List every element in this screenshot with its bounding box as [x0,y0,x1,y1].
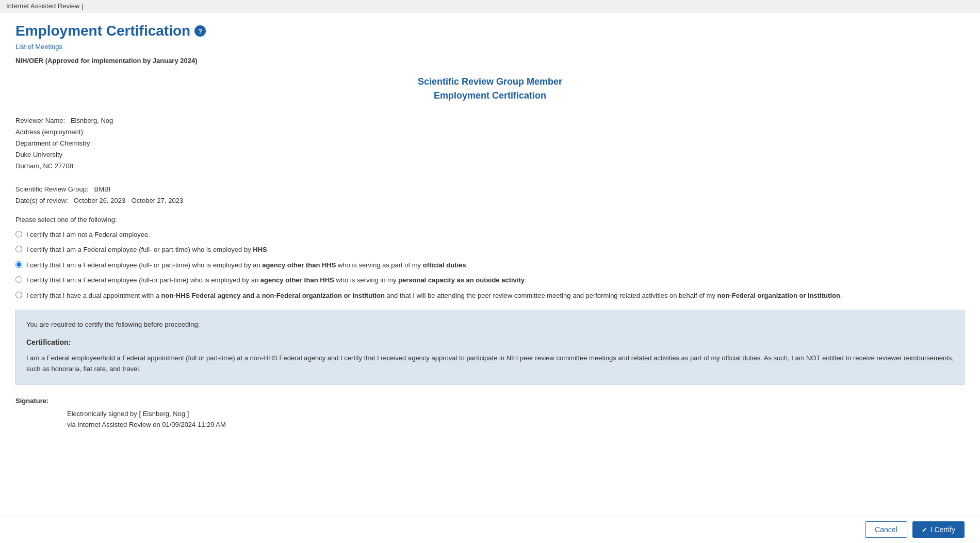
signature-label: Signature: [15,397,965,405]
reviewer-srg-value: BMBI [94,185,110,193]
reviewer-dates-label: Date(s) of review: [15,197,68,204]
radio-opt1[interactable] [15,231,22,237]
radio-item-3: I certify that I am a Federal employee (… [15,260,965,270]
reviewer-address-label: Address (employment): [15,126,965,138]
select-prompt: Please select one of the following: [15,216,965,223]
reviewer-address-line1: Department of Chemistry [15,138,965,149]
list-of-meetings-link[interactable]: List of Meetings [15,43,62,51]
page-container: Employment Certification ? List of Meeti… [0,12,980,487]
center-heading-line2: Employment Certification [15,89,965,103]
reviewer-name-value: Eisnberg, Nog [71,117,113,124]
signature-section: Signature: Electronically signed by [ Ei… [15,397,965,430]
nih-notice: NIH/OER (Approved for implementation by … [15,57,965,65]
center-heading: Scientific Review Group Member Employmen… [15,75,965,103]
radio-item-5: I certify that I have a dual appointment… [15,291,965,301]
certification-label: Certification: [26,337,954,348]
radio-item-1: I certify that I am not a Federal employ… [15,230,965,240]
reviewer-dates-value: October 26, 2023 - October 27, 2023 [74,197,183,204]
top-bar-title: Internet Assisted Review | [6,2,83,10]
reviewer-srg-label: Scientific Review Group: [15,185,89,193]
radio-opt4-label: I certify that I am a Federal employee (… [26,275,527,285]
top-bar: Internet Assisted Review | [0,0,980,12]
page-title-text: Employment Certification [15,23,190,39]
radio-opt3[interactable] [15,261,22,268]
radio-opt2-label: I certify that I am a Federal employee (… [26,245,269,255]
page-title-row: Employment Certification ? [15,23,965,39]
radio-opt3-label: I certify that I am a Federal employee (… [26,260,468,270]
certification-required-text: You are required to certify the followin… [26,320,954,330]
radio-item-4: I certify that I am a Federal employee (… [15,275,965,285]
signature-line1: Electronically signed by [ Eisnberg, Nog… [67,409,965,420]
radio-opt5[interactable] [15,292,22,298]
radio-group: I certify that I am not a Federal employ… [15,230,965,301]
radio-opt1-label: I certify that I am not a Federal employ… [26,230,150,240]
signature-line2: via Internet Assisted Review on 01/09/20… [67,420,965,430]
certification-text: I am a Federal employee/hold a Federal a… [26,353,954,375]
help-icon[interactable]: ? [194,25,206,37]
radio-opt2[interactable] [15,246,22,252]
reviewer-address-line3: Durham, NC 27708 [15,161,965,172]
reviewer-address-line2: Duke University [15,149,965,161]
center-heading-line1: Scientific Review Group Member [15,75,965,89]
reviewer-info: Reviewer Name: Eisnberg, Nog Address (em… [15,115,965,206]
reviewer-dates-row: Date(s) of review: October 26, 2023 - Oc… [15,195,965,206]
reviewer-name-label: Reviewer Name: [15,117,65,124]
certification-box: You are required to certify the followin… [15,310,965,385]
reviewer-srg-row: Scientific Review Group: BMBI [15,184,965,195]
reviewer-name-row: Reviewer Name: Eisnberg, Nog [15,115,965,126]
radio-opt5-label: I certify that I have a dual appointment… [26,291,842,301]
radio-item-2: I certify that I am a Federal employee (… [15,245,965,255]
radio-opt4[interactable] [15,276,22,283]
signature-detail: Electronically signed by [ Eisnberg, Nog… [67,409,965,430]
